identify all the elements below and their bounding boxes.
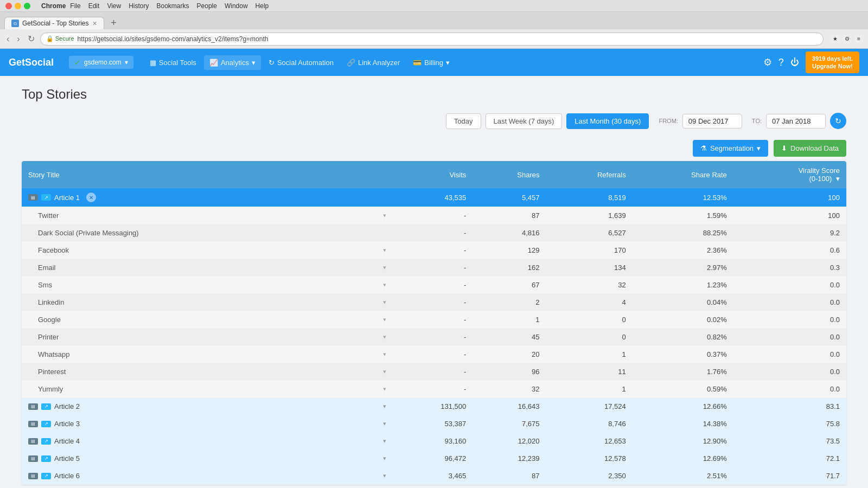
menu-help[interactable]: Help [256,2,269,10]
table-row[interactable]: ▤ ↗ Article 2 ▾ 131,500 16,643 17,524 12… [22,398,846,415]
from-date-input[interactable] [682,114,742,129]
article-expand-btn[interactable]: ▾ [383,420,386,427]
article-referrals: 8,519 [546,188,632,207]
sub-expand-icon[interactable]: ▾ [383,299,386,306]
sub-expand-icon[interactable]: ▾ [383,212,386,219]
from-label: FROM: [659,118,678,124]
table-row[interactable]: ▤ ↗ Article 6 ▾ 3,465 87 2,350 2.51% 71.… [22,467,846,485]
billing-icon: 💳 [413,59,422,67]
table-row: Dark Social (Private Messaging) - 4,816 … [22,224,846,242]
menu-bookmarks[interactable]: Bookmarks [157,2,189,10]
ext-icon-3[interactable]: ≡ [854,34,864,44]
browser-chrome: G GetSocial - Top Stories ✕ + ‹ › ↻ 🔒 Se… [0,12,868,49]
menu-people[interactable]: People [197,2,217,10]
article-expand-btn[interactable]: ▾ [383,403,386,410]
sub-title: Google ▾ [22,311,393,329]
filter-icon: ⚗ [700,144,707,152]
power-icon[interactable]: ⏻ [790,57,799,67]
today-filter-btn[interactable]: Today [446,113,481,129]
mac-menu: File Edit View History Bookmarks People … [70,2,269,10]
table-row[interactable]: ▤ ↗ Article 3 ▾ 53,387 7,675 8,746 14.38… [22,415,846,433]
settings-icon[interactable]: ⚙ [763,56,772,68]
sub-title: Twitter ▾ [22,207,393,224]
nav-billing[interactable]: 💳 Billing ▾ [407,55,455,70]
site-name: gsdemo.com [84,59,122,66]
close-window-btn[interactable] [5,3,12,9]
browser-tabs-bar: G GetSocial - Top Stories ✕ + [0,12,868,29]
nav-social-automation[interactable]: ↻ Social Automation [263,55,339,70]
nav-link-analyzer[interactable]: 🔗 Link Analyzer [341,55,405,70]
article-shares: 5,457 [473,188,546,207]
sub-expand-icon[interactable]: ▾ [383,281,386,288]
mac-os-bar: Chrome File Edit View History Bookmarks … [0,0,868,12]
article-collapse-btn[interactable]: ✕ [86,192,96,202]
billing-chevron: ▾ [446,59,450,67]
browser-tab-active[interactable]: G GetSocial - Top Stories ✕ [4,17,104,29]
menu-window[interactable]: Window [225,2,248,10]
download-icon: ⬇ [781,144,787,152]
article-title-cell: ▤ ↗ Article 5 ▾ [22,450,393,467]
ext-icon-2[interactable]: ⚙ [842,34,852,44]
table-row: Printer ▾ - 45 0 0.82% 0.0 [22,329,846,346]
tab-close-btn[interactable]: ✕ [92,20,97,27]
nav-analytics[interactable]: 📈 Analytics ▾ [204,55,261,70]
reload-btn[interactable]: ↻ [25,33,37,45]
app-logo: GetSocial [9,57,54,68]
sub-expand-icon[interactable]: ▾ [383,351,386,358]
article-share-rate: 12.53% [633,188,733,207]
minimize-window-btn[interactable] [15,3,21,9]
sub-expand-icon[interactable]: ▾ [383,368,386,375]
maximize-window-btn[interactable] [24,3,30,9]
address-bar[interactable]: 🔒 Secure https://getsocial.io/sites/gsde… [40,33,824,46]
article-name: Article 4 [54,437,80,445]
table-row[interactable]: ▤ ↗ Article 5 ▾ 96,472 12,239 12,578 12.… [22,450,846,467]
article-page-icon: ▤ [28,421,38,427]
col-referrals: Referrals [546,161,632,188]
sub-expand-icon[interactable]: ▾ [383,316,386,323]
last-week-filter-btn[interactable]: Last Week (7 days) [486,113,563,129]
forward-btn[interactable]: › [15,33,22,45]
article-title-cell: ▤ ↗ Article 6 ▾ [22,467,393,485]
article-title-cell: ▤ ↗ Article 2 ▾ [22,398,393,415]
mac-app-name: Chrome [41,2,66,10]
link-analyzer-icon: 🔗 [347,59,355,67]
article-expand-btn[interactable]: ▾ [383,472,386,479]
nav-link-analyzer-label: Link Analyzer [358,59,400,67]
article-expand-btn[interactable]: ▾ [383,438,386,445]
sub-expand-icon[interactable]: ▾ [383,247,386,254]
back-btn[interactable]: ‹ [4,33,11,45]
table-row[interactable]: ▤ ↗ Article 4 ▾ 93,160 12,020 12,653 12.… [22,433,846,450]
segmentation-btn[interactable]: ⚗ Segmentation ▾ [693,140,768,157]
sub-expand-icon[interactable]: ▾ [383,333,386,341]
article-title-cell: ▤ ↗ Article 4 ▾ [22,433,393,450]
nav-social-tools[interactable]: ▦ Social Tools [144,55,202,70]
sub-title: Printer ▾ [22,329,393,346]
ext-icon-1[interactable]: ★ [830,34,840,44]
sub-title: Yummly ▾ [22,381,393,398]
refresh-btn[interactable]: ↻ [830,113,846,129]
article-page-icon: ▤ [28,438,38,445]
help-icon[interactable]: ? [778,57,784,68]
menu-view[interactable]: View [107,2,121,10]
sub-expand-icon[interactable]: ▾ [383,264,386,271]
site-selector[interactable]: ✓ gsdemo.com ▾ [69,56,133,69]
article-share-icon: ↗ [41,194,51,201]
address-text: https://getsocial.io/sites/gsdemo-com/an… [78,35,269,43]
new-tab-btn[interactable]: + [106,16,122,29]
article-name: Article 1 [54,194,80,202]
sub-expand-icon[interactable]: ▾ [383,386,386,393]
col-share-rate: Share Rate [633,161,733,188]
col-virality[interactable]: Virality Score (0-100) ▾ [733,161,846,188]
menu-history[interactable]: History [129,2,149,10]
last-month-filter-btn[interactable]: Last Month (30 days) [566,113,649,129]
to-date-input[interactable] [766,114,826,129]
upgrade-button[interactable]: 3919 days left. Upgrade Now! [806,52,859,74]
menu-edit[interactable]: Edit [88,2,100,10]
sub-title: Whatsapp ▾ [22,346,393,363]
table-row[interactable]: ▤ ↗ Article 1 ✕ 43,535 5,457 8,519 12.53… [22,188,846,207]
menu-file[interactable]: File [70,2,80,10]
download-data-btn[interactable]: ⬇ Download Data [774,140,846,157]
social-automation-icon: ↻ [269,59,275,67]
segmentation-label: Segmentation [710,144,754,152]
article-expand-btn[interactable]: ▾ [383,455,386,462]
